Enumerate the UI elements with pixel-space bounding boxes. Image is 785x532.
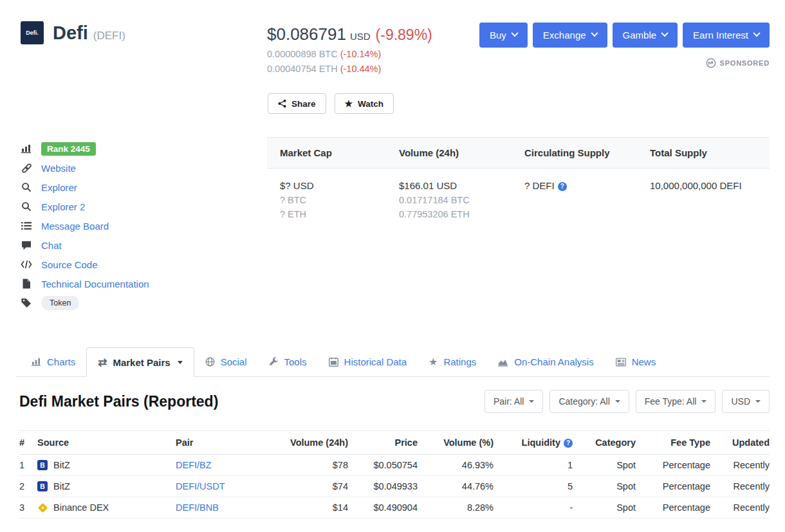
gamble-label: Gamble <box>623 30 657 41</box>
watch-button[interactable]: ★ Watch <box>335 93 394 114</box>
buy-button[interactable]: Buy <box>479 23 528 48</box>
pair-link[interactable]: DEFI/USDT <box>176 481 225 491</box>
cta-buttons: Buy Exchange Gamble Earn Interest <box>479 23 770 48</box>
tab-ratings[interactable]: ★ Ratings <box>418 347 487 376</box>
volume-cell: $166.01 USD 0.01717184 BTC 0.77953206 ET… <box>386 179 512 221</box>
code-icon <box>20 260 33 269</box>
message-board-link[interactable]: Message Board <box>41 221 109 232</box>
website-link[interactable]: Website <box>41 163 76 174</box>
help-icon[interactable]: ? <box>564 439 573 448</box>
category-filter-dropdown[interactable]: Category: All <box>550 390 629 413</box>
earn-interest-button[interactable]: Earn Interest <box>683 23 770 48</box>
row-fee-type: Percentage <box>636 455 710 476</box>
fee-type-filter-dropdown[interactable]: Fee Type: All <box>636 390 716 413</box>
coin-links-sidebar: Rank 2445 Website Explorer Explorer 2 Me… <box>20 139 149 313</box>
tab-charts[interactable]: Charts <box>21 347 86 376</box>
tab-label: Ratings <box>443 356 476 367</box>
row-category: Spot <box>573 476 636 497</box>
tab-market-pairs[interactable]: ⇄ Market Pairs <box>86 347 194 377</box>
table-row: 2 BBitZ DEFI/USDT $74 $0.049933 44.76% 5… <box>19 476 770 497</box>
exchange-arrows-icon: ⇄ <box>98 356 107 369</box>
row-price: $0.049933 <box>348 476 418 497</box>
row-category: Spot <box>573 497 636 518</box>
price-usd: $0.086791 <box>267 24 346 44</box>
section-tabs: Charts ⇄ Market Pairs Social Tools <box>0 347 785 377</box>
explorer-2-link[interactable]: Explorer 2 <box>41 201 85 212</box>
price-eth-change: (-10.44%) <box>340 64 382 74</box>
market-cap-usd: $? USD <box>280 179 386 193</box>
tag-icon <box>20 298 33 308</box>
row-volume-pct: 44.76% <box>418 476 494 497</box>
row-fee-type: Percentage <box>636 497 710 518</box>
technical-documentation-link[interactable]: Technical Documentation <box>41 279 149 289</box>
pair-link[interactable]: DEFI/BZ <box>176 460 212 470</box>
coin-logo-text: Defi. <box>26 30 39 36</box>
sidebar-item-source-code: Source Code <box>20 255 149 274</box>
tab-label: Charts <box>47 356 75 367</box>
calendar-icon <box>329 357 338 367</box>
earn-interest-label: Earn Interest <box>693 30 748 41</box>
circulating-supply-cell: ? DEFI? <box>512 179 637 221</box>
price-eth-row: 0.00040754 ETH (-10.44%) <box>267 64 432 74</box>
gamble-button[interactable]: Gamble <box>613 23 678 48</box>
tab-label: Market Pairs <box>113 357 170 368</box>
tab-tools[interactable]: Tools <box>258 347 318 376</box>
currency-dropdown[interactable]: USD <box>722 390 770 413</box>
row-fee-type: Percentage <box>636 476 710 497</box>
chevron-down-icon <box>511 29 518 36</box>
row-rank: 3 <box>19 497 37 518</box>
total-supply-value: 10,000,000,000 DEFI <box>650 180 742 191</box>
share-watch-row: Share ★ Watch <box>268 93 394 114</box>
chat-link[interactable]: Chat <box>41 240 62 251</box>
row-rank: 2 <box>19 476 37 497</box>
market-pairs-table: # Source Pair Volume (24h) Price Volume … <box>19 430 770 518</box>
share-button[interactable]: Share <box>268 93 326 114</box>
sidebar-item-explorer: Explorer <box>20 178 149 197</box>
pair-filter-dropdown[interactable]: Pair: All <box>485 390 543 413</box>
tab-label: Tools <box>284 356 307 367</box>
pair-filter-label: Pair: All <box>494 396 524 407</box>
sponsored-label: SPONSORED <box>720 59 770 67</box>
category-filter-label: Category: All <box>559 396 609 407</box>
share-icon <box>278 99 286 108</box>
globe-icon <box>205 357 215 367</box>
stats-header-total-supply: Total Supply <box>637 147 757 158</box>
price-eth: 0.00040754 ETH <box>267 64 338 74</box>
col-price: Price <box>348 431 418 455</box>
caret-down-icon <box>755 400 761 403</box>
help-icon[interactable]: ? <box>558 182 567 191</box>
exchange-button[interactable]: Exchange <box>533 23 607 48</box>
coinmarketcap-icon <box>706 58 716 68</box>
total-supply-cell: 10,000,000,000 DEFI <box>637 179 757 221</box>
sponsored-badge: SPONSORED <box>706 58 770 68</box>
row-price: $0.050754 <box>348 455 418 476</box>
row-source: BBitZ <box>37 455 176 476</box>
chevron-down-icon <box>753 29 760 36</box>
caret-down-icon <box>615 400 620 403</box>
link-icon <box>20 163 33 174</box>
tab-social[interactable]: Social <box>194 347 258 376</box>
market-cap-btc: ? BTC <box>280 193 386 207</box>
sidebar-item-chat: Chat <box>20 235 149 255</box>
document-icon <box>20 279 33 289</box>
tab-news[interactable]: News <box>605 347 667 376</box>
bar-chart-icon <box>32 358 41 366</box>
tab-historical-data[interactable]: Historical Data <box>318 347 418 376</box>
source-code-link[interactable]: Source Code <box>41 259 98 270</box>
col-rank: # <box>19 431 37 455</box>
col-fee-type: Fee Type <box>636 431 710 455</box>
table-row: 3 Binance DEX DEFI/BNB $14 $0.490904 8.2… <box>19 497 770 518</box>
tab-label: Social <box>221 356 247 367</box>
area-chart-icon <box>498 358 508 367</box>
pair-link[interactable]: DEFI/BNB <box>176 502 219 513</box>
rank-badge: Rank 2445 <box>41 142 96 156</box>
caret-down-icon <box>529 400 534 403</box>
stats-header-market-cap: Market Cap <box>267 147 386 158</box>
explorer-link[interactable]: Explorer <box>41 182 77 193</box>
market-pairs-filters: Pair: All Category: All Fee Type: All US… <box>485 390 770 413</box>
col-pair: Pair <box>176 431 284 455</box>
price-btc-row: 0.00000898 BTC (-10.14%) <box>267 49 432 59</box>
tab-on-chain-analysis[interactable]: On-Chain Analysis <box>487 347 604 376</box>
caret-down-icon <box>178 361 183 364</box>
row-category: Spot <box>573 455 636 476</box>
